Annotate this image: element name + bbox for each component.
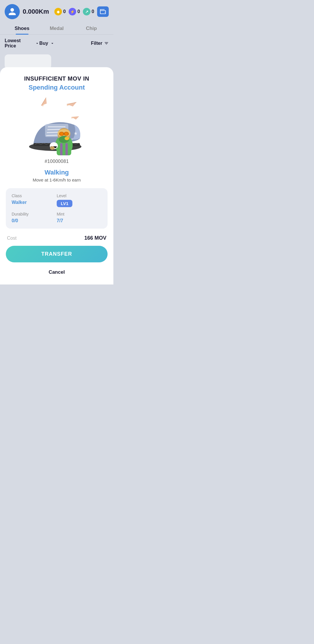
buy-button[interactable]: Buy [39,38,74,49]
mint-label: Mint [57,212,102,216]
svg-marker-10 [39,97,49,107]
mint-col: Mint 7/7 [57,212,102,223]
shoe-illustration: ★ ★ [25,97,89,155]
shoe-svg: ★ ★ [25,97,89,155]
level-col: Level LV1 [57,193,102,207]
cost-row: Cost 166 MOV [6,234,108,246]
level-badge: LV1 [57,200,72,207]
svg-point-22 [60,132,63,135]
shoe-desc: Move at 1-6Km/h to earn [6,177,108,182]
user-icon [8,7,17,16]
svg-point-23 [65,132,68,135]
binance-icon: ◆ [54,8,62,15]
avatar [5,4,20,19]
chevron-down-icon [35,41,40,46]
tab-shoes[interactable]: Shoes [5,22,39,34]
green-icon: ↗ [83,8,90,15]
chevron-down-icon-2 [50,41,55,46]
svg-rect-25 [57,144,71,155]
class-col: Class Walker [12,193,57,207]
wallet-button[interactable] [97,6,109,17]
cost-value: 166 MOV [84,235,106,241]
wallet-icon [100,8,106,15]
durability-label: Durability [12,212,57,216]
token-lightning: ⚡ 0 [69,8,80,15]
svg-rect-27 [65,143,68,155]
filter-button[interactable]: Filter [74,38,109,49]
shoe-type: Walking [6,169,108,176]
shoe-id: #10000081 [6,159,108,164]
token-row: ◆ 0 ⚡ 0 ↗ 0 [54,6,109,17]
modal-subtitle: Spending Account [6,84,108,91]
class-label: Class [12,193,57,198]
modal-panel: INSUFFICIENT MOV IN Spending Account ★ ★ [0,67,113,284]
bg-card [5,54,51,69]
tab-medal[interactable]: Medal [39,22,74,34]
transfer-button[interactable]: TRANSFER [6,246,108,262]
tabs-bar: Shoes Medal Chip [0,22,113,35]
durability-value: 0/0 [12,218,57,223]
stats-row-1: Class Walker Level LV1 [12,193,102,207]
sort-button[interactable]: Lowest Price [5,38,39,49]
filter-icon [104,41,109,46]
cost-label: Cost [7,236,17,241]
cancel-button[interactable]: Cancel [6,267,108,277]
class-value: Walker [12,200,57,205]
filter-row: Lowest Price Buy Filter [0,35,113,52]
top-bar: 0.000Km ◆ 0 ⚡ 0 ↗ 0 [0,0,113,22]
svg-rect-26 [60,143,63,155]
lightning-icon: ⚡ [69,8,76,15]
svg-point-30 [50,146,55,150]
modal-title: INSUFFICIENT MOV IN [6,75,108,82]
token-green: ↗ 0 [83,8,94,15]
svg-text:★: ★ [74,131,78,136]
mint-value: 7/7 [57,218,102,223]
stats-box: Class Walker Level LV1 Durability 0/0 Mi… [6,188,108,229]
token-binance: ◆ 0 [54,8,66,15]
durability-col: Durability 0/0 [12,212,57,223]
distance-label: 0.000Km [23,8,51,15]
level-label: Level [57,193,102,198]
tab-chip[interactable]: Chip [74,22,109,34]
svg-point-32 [65,137,69,140]
stats-row-2: Durability 0/0 Mint 7/7 [12,212,102,223]
background-content [0,52,113,70]
